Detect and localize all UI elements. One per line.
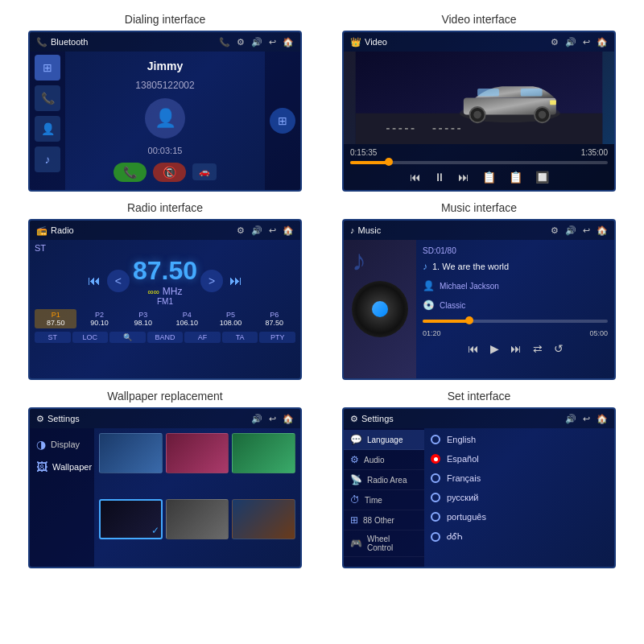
lang-francais[interactable]: Français bbox=[431, 470, 608, 486]
radio-volume-icon[interactable]: 🔊 bbox=[251, 225, 262, 236]
video-aspect-btn[interactable]: 📋 bbox=[482, 171, 496, 184]
music-shuffle-btn[interactable]: ⇄ bbox=[533, 342, 543, 355]
preset-6[interactable]: P6 87.50 bbox=[254, 309, 295, 328]
phone-btn[interactable]: 📞 bbox=[35, 85, 60, 111]
video-next-btn[interactable]: ⏭ bbox=[458, 171, 469, 184]
radio-ta-btn[interactable]: TA bbox=[222, 332, 258, 343]
video-home-icon[interactable]: 🏠 bbox=[597, 37, 608, 47]
wallpaper-4[interactable]: ✓ bbox=[99, 499, 163, 539]
music-album-name: Classic bbox=[440, 301, 465, 310]
phone-icon[interactable]: 📞 bbox=[219, 37, 230, 47]
hangup-button[interactable]: 📵 bbox=[153, 163, 186, 182]
wallpaper-1[interactable] bbox=[99, 433, 163, 473]
lang-english[interactable]: English bbox=[431, 431, 608, 448]
radio-home-icon[interactable]: 🏠 bbox=[283, 225, 294, 236]
lang-other[interactable]: ᏧᎴᏂ bbox=[431, 528, 608, 545]
video-pause-btn[interactable]: ⏸ bbox=[434, 171, 445, 184]
preset-3[interactable]: P3 98.10 bbox=[122, 309, 164, 328]
settings-wallpaper-item[interactable]: 🖼 Wallpaper bbox=[30, 456, 94, 478]
radio-af-btn[interactable]: AF bbox=[184, 332, 221, 343]
lang-other-radio[interactable] bbox=[431, 532, 440, 542]
lang-russian[interactable]: русский bbox=[431, 489, 608, 506]
video-volume-icon[interactable]: 🔊 bbox=[565, 37, 576, 47]
music-back-icon[interactable]: ↩ bbox=[583, 225, 590, 236]
volume-icon[interactable]: 🔊 bbox=[251, 37, 262, 47]
video-subtitle-btn[interactable]: 📋 bbox=[509, 171, 522, 184]
lang-espanol-radio[interactable] bbox=[431, 454, 440, 464]
video-back-icon[interactable]: ↩ bbox=[583, 37, 590, 47]
wallpaper-home-icon[interactable]: 🏠 bbox=[283, 414, 294, 424]
radio-band-btn[interactable]: BAND bbox=[147, 332, 184, 343]
radio-prev-btn[interactable]: < bbox=[107, 270, 130, 292]
contacts-btn[interactable]: 👤 bbox=[35, 116, 60, 142]
radio-st-btn[interactable]: ST bbox=[35, 332, 71, 343]
call-timer: 00:03:15 bbox=[148, 146, 183, 155]
keypad-btn[interactable]: ⊞ bbox=[35, 55, 60, 80]
video-time-row: 0:15:35 1:35:00 bbox=[350, 147, 608, 158]
home-icon[interactable]: 🏠 bbox=[283, 37, 294, 47]
answer-button[interactable]: 📞 bbox=[114, 163, 147, 182]
preset-6-label: P6 bbox=[270, 311, 279, 319]
wallpaper-6[interactable] bbox=[232, 499, 295, 539]
music-home-icon[interactable]: 🏠 bbox=[597, 225, 608, 236]
wallpaper-2[interactable] bbox=[166, 433, 229, 473]
dialing-screen: 📞 Bluetooth 📞 ⚙ 🔊 ↩ 🏠 ⊞ 📞 bbox=[28, 31, 302, 192]
preset-2[interactable]: P2 90.10 bbox=[78, 309, 120, 328]
radio-loc-btn[interactable]: LOC bbox=[72, 332, 109, 343]
settings-home-icon[interactable]: 🏠 bbox=[597, 414, 608, 424]
video-screen-btn[interactable]: 🔲 bbox=[535, 171, 549, 184]
radio-skip-fwd-btn[interactable]: ⏭ bbox=[226, 271, 246, 291]
video-progress-bar[interactable] bbox=[350, 161, 608, 164]
other-item[interactable]: ⊞ 88 Other bbox=[344, 510, 424, 530]
wallpaper-volume-icon[interactable]: 🔊 bbox=[251, 414, 262, 424]
music-volume-icon[interactable]: 🔊 bbox=[565, 225, 576, 236]
audio-item[interactable]: ⚙ Audio bbox=[344, 450, 424, 470]
language-item[interactable]: 💬 Language bbox=[344, 430, 424, 450]
radio-search-btn[interactable]: 🔍 bbox=[109, 332, 146, 343]
lang-portuguese-radio[interactable] bbox=[431, 512, 440, 522]
music-play-btn[interactable]: ▶ bbox=[490, 342, 499, 355]
settings-volume-icon[interactable]: 🔊 bbox=[565, 414, 576, 424]
bluetooth-label: 📞 Bluetooth bbox=[36, 37, 88, 47]
other-icon: ⊞ bbox=[350, 514, 358, 526]
wallpaper-back-icon[interactable]: ↩ bbox=[269, 414, 276, 424]
wallpaper-5[interactable] bbox=[166, 499, 229, 539]
time-item[interactable]: ⏱ Time bbox=[344, 490, 424, 510]
lang-francais-radio[interactable] bbox=[431, 473, 440, 483]
back-icon[interactable]: ↩ bbox=[269, 37, 276, 47]
music-eq-icon[interactable]: ⚙ bbox=[551, 225, 559, 236]
keypad-circle-btn[interactable]: ⊞ bbox=[270, 108, 295, 134]
video-eq-icon[interactable]: ⚙ bbox=[551, 37, 559, 47]
radio-eq-icon[interactable]: ⚙ bbox=[237, 225, 245, 236]
lang-english-radio[interactable] bbox=[431, 435, 440, 444]
wallpaper-gear-icon: ⚙ bbox=[36, 414, 44, 424]
radio-skip-back-btn[interactable]: ⏮ bbox=[85, 271, 104, 291]
car-button[interactable]: 🚗 bbox=[192, 163, 217, 180]
radio-area-icon: 📡 bbox=[350, 474, 362, 485]
settings-display-item[interactable]: ◑ Display bbox=[30, 433, 94, 456]
preset-4[interactable]: P4 106.10 bbox=[166, 309, 208, 328]
video-prev-btn[interactable]: ⏮ bbox=[410, 171, 421, 184]
lang-portuguese[interactable]: português bbox=[431, 509, 608, 525]
lang-espanol[interactable]: Español bbox=[431, 451, 608, 467]
music-repeat-btn[interactable]: ↺ bbox=[554, 342, 564, 355]
wallpaper-3[interactable] bbox=[232, 433, 295, 473]
radio-pty-btn[interactable]: PTY bbox=[259, 332, 295, 343]
music-next-btn[interactable]: ⏭ bbox=[510, 342, 522, 355]
music-prev-btn[interactable]: ⏮ bbox=[468, 342, 479, 355]
vinyl-center bbox=[372, 301, 388, 317]
radio-back-icon[interactable]: ↩ bbox=[269, 225, 276, 236]
radio-area-item[interactable]: 📡 Radio Area bbox=[344, 470, 424, 490]
lang-russian-radio[interactable] bbox=[431, 493, 440, 502]
caller-name: Jimmy bbox=[147, 60, 183, 72]
eq-icon[interactable]: ⚙ bbox=[237, 37, 245, 47]
preset-3-freq: 98.10 bbox=[134, 319, 153, 327]
music-small-btn[interactable]: ♪ bbox=[35, 147, 60, 172]
settings-title: Set interface bbox=[448, 390, 511, 402]
preset-5[interactable]: P5 108.00 bbox=[209, 309, 251, 328]
music-progress-bar[interactable] bbox=[423, 320, 608, 323]
wheel-control-item[interactable]: 🎮 Wheel Control bbox=[344, 530, 424, 557]
preset-1[interactable]: P1 87.50 bbox=[35, 309, 76, 328]
settings-back-icon[interactable]: ↩ bbox=[583, 414, 590, 424]
radio-next-btn[interactable]: > bbox=[200, 270, 223, 292]
